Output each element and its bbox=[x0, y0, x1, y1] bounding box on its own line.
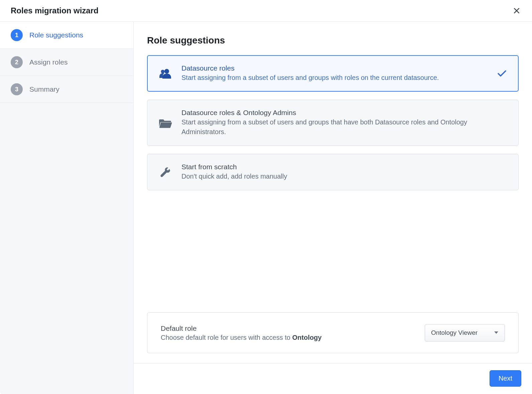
default-role-text: Default role Choose default role for use… bbox=[161, 324, 321, 341]
select-value: Ontology Viewer bbox=[431, 329, 478, 336]
next-button[interactable]: Next bbox=[490, 370, 521, 387]
folder-open-icon bbox=[159, 116, 172, 129]
people-icon bbox=[159, 67, 172, 80]
option-description: Start assigning from a subset of users a… bbox=[181, 73, 488, 83]
close-button[interactable] bbox=[512, 6, 521, 15]
wizard-step-assign-roles[interactable]: 2 Assign roles bbox=[0, 49, 133, 76]
default-role-select[interactable]: Ontology Viewer bbox=[425, 324, 505, 341]
spacer bbox=[147, 190, 519, 302]
wizard-step-summary[interactable]: 3 Summary bbox=[0, 76, 133, 103]
step-number: 1 bbox=[11, 29, 23, 41]
default-role-title: Default role bbox=[161, 324, 321, 332]
option-title: Datasource roles & Ontology Admins bbox=[181, 109, 507, 117]
caret-down-icon bbox=[494, 331, 499, 334]
step-label: Assign roles bbox=[29, 58, 68, 66]
check-icon bbox=[497, 69, 507, 79]
wizard-content: Role suggestions bbox=[134, 22, 532, 394]
wrench-icon bbox=[159, 166, 172, 179]
default-role-card: Default role Choose default role for use… bbox=[147, 312, 519, 353]
step-number: 3 bbox=[11, 83, 23, 95]
wizard-step-role-suggestions[interactable]: 1 Role suggestions bbox=[0, 22, 133, 49]
option-title: Datasource roles bbox=[181, 64, 488, 72]
option-datasource-roles-ontology-admins[interactable]: Datasource roles & Ontology Admins Start… bbox=[147, 100, 519, 146]
option-text: Datasource roles & Ontology Admins Start… bbox=[181, 109, 507, 137]
svg-point-1 bbox=[161, 70, 165, 73]
modal-body: 1 Role suggestions 2 Assign roles 3 Summ… bbox=[0, 22, 532, 394]
option-description: Start assigning from a subset of users a… bbox=[181, 117, 507, 137]
modal-header: Roles migration wizard bbox=[0, 0, 532, 22]
svg-point-0 bbox=[164, 69, 169, 74]
option-start-from-scratch[interactable]: Start from scratch Don't quick add, add … bbox=[147, 154, 519, 190]
modal-roles-migration-wizard: Roles migration wizard 1 Role suggestion… bbox=[0, 0, 532, 394]
option-description: Don't quick add, add roles manually bbox=[181, 172, 507, 181]
step-number: 2 bbox=[11, 56, 23, 68]
option-title: Start from scratch bbox=[181, 163, 507, 171]
default-role-description-prefix: Choose default role for users with acces… bbox=[161, 334, 292, 341]
option-datasource-roles[interactable]: Datasource roles Start assigning from a … bbox=[147, 55, 519, 92]
option-text: Start from scratch Don't quick add, add … bbox=[181, 163, 507, 181]
option-text: Datasource roles Start assigning from a … bbox=[181, 64, 488, 83]
wizard-footer: Next bbox=[134, 363, 532, 394]
wizard-sidebar: 1 Role suggestions 2 Assign roles 3 Summ… bbox=[0, 22, 134, 394]
content-scroll: Role suggestions bbox=[134, 22, 532, 363]
modal-title: Roles migration wizard bbox=[11, 6, 99, 15]
default-role-description: Choose default role for users with acces… bbox=[161, 334, 321, 341]
close-icon bbox=[514, 8, 520, 14]
default-role-description-bold: Ontology bbox=[292, 334, 322, 341]
option-list: Datasource roles Start assigning from a … bbox=[147, 55, 519, 190]
step-label: Role suggestions bbox=[29, 31, 83, 39]
page-heading: Role suggestions bbox=[147, 35, 519, 46]
step-label: Summary bbox=[29, 85, 59, 93]
